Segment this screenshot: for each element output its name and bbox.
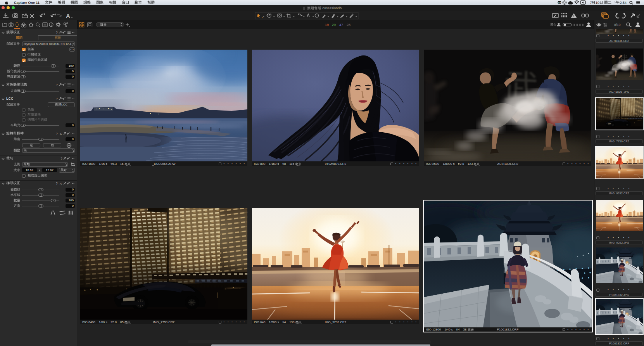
svg-text:?: ? [56, 83, 58, 87]
svg-text:?: ? [56, 97, 58, 101]
svg-text:28: 28 [347, 23, 350, 27]
svg-text:A: A [60, 132, 62, 136]
svg-text:LINE: LINE [558, 2, 562, 4]
svg-text:47: 47 [339, 23, 343, 27]
svg-text:8/10: 8/10 [614, 23, 621, 27]
svg-text:?: ? [56, 132, 58, 136]
svg-text:19: 19 [325, 23, 329, 27]
svg-text:?: ? [60, 157, 62, 161]
svg-text:?: ? [56, 182, 58, 185]
svg-text:A: A [60, 182, 62, 185]
svg-text:29: 29 [332, 23, 336, 27]
svg-text:?: ? [56, 31, 58, 35]
svg-text:A: A [66, 12, 70, 19]
